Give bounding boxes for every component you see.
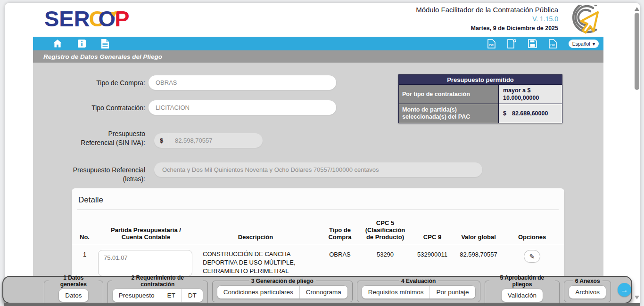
- main-window: SERCOP Módulo Facilitador de la Contrata…: [5, 3, 640, 306]
- partida-input[interactable]: 75.01.07: [98, 250, 192, 276]
- scroll-down-arrow-icon[interactable]: [635, 296, 639, 299]
- language-selected-value: Español: [572, 41, 590, 47]
- tipo-compra-input[interactable]: OBRAS: [149, 75, 336, 90]
- pp-row2-value: $ 82.689,60000: [499, 104, 562, 123]
- tipo-compra-label: Tipo de Compra:: [74, 79, 145, 88]
- row-no: 1: [72, 250, 98, 258]
- pdf-export-icon[interactable]: PDF: [487, 39, 495, 48]
- next-step-button[interactable]: →: [618, 283, 631, 297]
- app-header: SERCOP Módulo Facilitador de la Contrata…: [33, 3, 603, 37]
- nav-group-anexos: 6 Anexos Archivos: [564, 278, 611, 302]
- et-button[interactable]: ET: [161, 289, 182, 302]
- detalle-table-header: No. Partida Presupuestaria / Cuenta Cont…: [72, 210, 564, 245]
- tipo-contratacion-input[interactable]: LICITACION: [149, 100, 336, 115]
- nav-group-legend: 5 Aprobación de pliegos: [489, 274, 555, 288]
- nav-group-generacion-pliego: 3 Generación de pliego Condiciones parti…: [212, 278, 353, 302]
- nav-group-requerimiento: 2 Requerimiento de contratación Presupue…: [107, 274, 208, 306]
- svg-text:PDF: PDF: [489, 43, 495, 46]
- bottom-edge-strip: [4, 303, 640, 306]
- detalle-title: Detalle: [78, 195, 558, 205]
- logo-text-ser: SER: [44, 6, 90, 31]
- cursor-arcs-logo: [564, 5, 602, 37]
- por-puntaje-button[interactable]: Por puntaje: [430, 286, 475, 298]
- nav-group-legend: 6 Anexos: [573, 278, 603, 284]
- row-cpc5: 53290: [363, 250, 407, 258]
- pencil-icon: ✎: [529, 253, 535, 260]
- presupuesto-siniva-label: Presupuesto Referencial (SIN IVA):: [74, 129, 145, 147]
- nav-group-datos-generales: 1 Datos generales Datos: [44, 274, 103, 306]
- nav-group-aprobacion: 5 Aprobación de pliegos Validación: [485, 274, 560, 306]
- edit-row-button[interactable]: ✎: [524, 250, 540, 263]
- archivos-button[interactable]: Archivos: [569, 285, 606, 299]
- sercop-logo: SERCOP: [44, 7, 130, 31]
- app-version: V. 1.15.0: [416, 15, 558, 23]
- logo-text-o: O: [99, 6, 116, 31]
- presupuesto-siniva-input: $ 82.598,70557: [154, 133, 263, 148]
- row-tipo-compra: OBRAS: [317, 250, 363, 258]
- new-document-icon[interactable]: [507, 39, 516, 48]
- col-header-cpc5: CPC 5 (Clasificación de Producto): [363, 219, 407, 241]
- chevron-down-icon: ▾: [593, 41, 595, 46]
- info-icon[interactable]: [78, 40, 86, 48]
- presupuesto-permitido-title: Presupuesto permitido: [399, 75, 562, 85]
- col-header-tipo-compra: Tipo de Compra: [317, 226, 363, 241]
- form-area: Tipo de Compra: OBRAS Tipo Contratación:…: [33, 63, 603, 306]
- scrollbar-thumb[interactable]: [635, 13, 639, 90]
- pdf-print-icon[interactable]: PDF: [549, 39, 557, 48]
- currency-prefix: $: [154, 133, 169, 148]
- vertical-scrollbar: [634, 3, 640, 306]
- nav-group-legend: 1 Datos generales: [49, 274, 99, 288]
- scroll-up-arrow-icon[interactable]: [635, 7, 639, 11]
- tipo-contratacion-label: Tipo Contratación:: [65, 104, 145, 113]
- presupuesto-letras-input: Ochenta y Dos Mil Quinientos Noventa y O…: [154, 162, 482, 177]
- nav-group-legend: 2 Requerimiento de contratación: [112, 274, 203, 288]
- bottom-navigation-bar: 1 Datos generales Datos 2 Requerimiento …: [2, 276, 632, 304]
- next-arrow-icon: →: [621, 286, 628, 294]
- pp-row2-currency: $: [503, 110, 506, 117]
- col-header-no: No.: [72, 234, 98, 241]
- main-toolbar: PDF PDF Español ▾: [33, 37, 603, 50]
- presupuesto-button[interactable]: Presupuesto: [113, 289, 161, 302]
- pp-row2-amount: 82.689,60000: [512, 110, 548, 117]
- pp-row1-value: mayor a $ 10.000,00000: [499, 85, 562, 104]
- table-row: Monto de partida(s) seleccionada(s) del …: [399, 104, 562, 123]
- presupuesto-permitido-table: Presupuesto permitido Por tipo de contra…: [398, 74, 562, 123]
- pp-row1-label: Por tipo de contratación: [399, 85, 499, 104]
- table-row: Por tipo de contratación mayor a $ 10.00…: [399, 85, 562, 104]
- nav-group-evaluacion: 4 Evaluación Requisitos mínimos Por punt…: [357, 278, 480, 302]
- app-date: Martes, 9 de Diciembre de 2025: [416, 25, 558, 32]
- row-valor-global: 82.598,70557: [457, 250, 500, 258]
- pp-row2-label: Monto de partida(s) seleccionada(s) del …: [399, 104, 499, 123]
- app-title: Módulo Facilitador de la Contratación Pú…: [416, 6, 558, 14]
- presupuesto-letras-label: Presupuesto Referencial (letras):: [65, 166, 145, 184]
- row-cpc9: 532900011: [407, 250, 457, 258]
- col-header-cpc9: CPC 9: [407, 234, 457, 241]
- col-header-opciones: Opciones: [500, 234, 564, 241]
- save-icon[interactable]: [528, 39, 537, 48]
- nav-group-legend: 3 Generación de pliego: [249, 278, 316, 284]
- cronograma-button[interactable]: Cronograma: [300, 286, 347, 298]
- col-header-descripcion: Descripción: [194, 234, 317, 241]
- language-select[interactable]: Español ▾: [569, 40, 599, 48]
- col-header-valor-global: Valor global: [457, 234, 500, 241]
- nav-group-legend: 4 Evaluación: [399, 278, 438, 284]
- requisitos-minimos-button[interactable]: Requisitos mínimos: [362, 286, 430, 298]
- presupuesto-siniva-value: 82.598,70557: [169, 137, 213, 144]
- document-icon[interactable]: [101, 39, 109, 48]
- dt-button[interactable]: DT: [182, 289, 203, 302]
- condiciones-particulares-button[interactable]: Condiciones particulares: [217, 286, 300, 298]
- validacion-button[interactable]: Validación: [501, 289, 543, 302]
- page-title: Registro de Datos Generales del Pliego: [33, 50, 603, 63]
- home-icon[interactable]: [53, 40, 62, 48]
- svg-text:PDF: PDF: [550, 43, 556, 46]
- datos-button[interactable]: Datos: [58, 289, 88, 302]
- col-header-partida: Partida Presupuestaria / Cuenta Contable: [98, 226, 194, 241]
